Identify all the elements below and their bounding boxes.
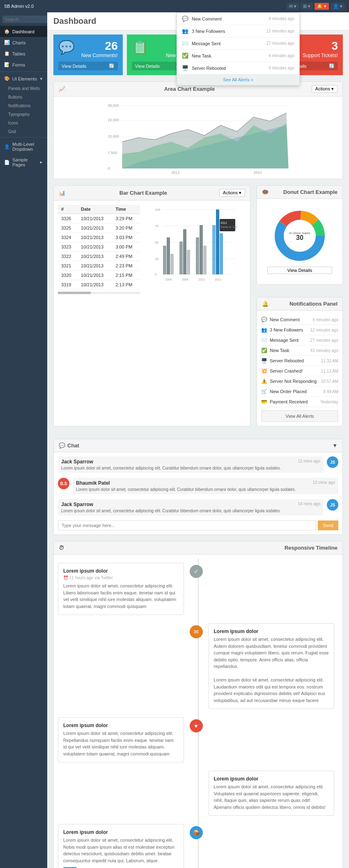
sidebar-item-tables[interactable]: 📋 Tables xyxy=(0,48,47,59)
table-row[interactable]: 332410/21/20133:03 PM xyxy=(58,233,140,242)
table-row[interactable]: 332110/21/20132:23 PM xyxy=(58,261,140,271)
see-all-alerts-link[interactable]: See All Alerts » xyxy=(177,74,299,85)
area-chart-body: 30,000 22,500 15,000 7,500 0 xyxy=(54,97,342,179)
sidebar-sub-panels[interactable]: Panels and Wells xyxy=(0,84,47,93)
sidebar: 🔍 🏠 Dashboard 📊 Charts 📋 Tables 📝 Forms … xyxy=(0,12,47,868)
timeline-body: Lorem ipsum dolor ⏰ 11 hours ago via Twi… xyxy=(54,555,342,868)
sidebar-item-dashboard[interactable]: 🏠 Dashboard xyxy=(0,26,47,37)
sidebar-sub-notifications[interactable]: Notifications xyxy=(0,101,47,110)
envelope-icon-btn[interactable]: ✉ ▾ xyxy=(287,3,299,10)
scroll-bar[interactable] xyxy=(58,292,140,294)
timeline-card-2: Lorem ipsum dolor Lorem ipsum dolor sit … xyxy=(58,717,184,762)
comments-card-icon: 💬 xyxy=(58,39,75,55)
grid-icon-btn[interactable]: ⊞ ▾ xyxy=(301,3,313,10)
svg-text:22,500: 22,500 xyxy=(108,118,119,122)
notif-item-5[interactable]: 🖥️ Server Rebooted 4 minutes ago xyxy=(177,62,299,74)
notif-item-1[interactable]: 💬 New Comment 4 minutes ago xyxy=(177,13,299,25)
area-chart-title: Area Chart Example xyxy=(164,86,215,92)
svg-rect-28 xyxy=(179,242,183,274)
donut-chart-title: Donut Chart Example xyxy=(283,189,338,195)
cell-date: 10/21/2013 xyxy=(78,261,112,271)
svg-text:0: 0 xyxy=(155,272,157,276)
notif-item-4[interactable]: ✅ New Task 4 minutes ago xyxy=(177,50,299,62)
topbar: SB Admin v2.0 ✉ ▾ ⊞ ▾ 🔔 ▾ 👤 ▾ xyxy=(0,0,349,12)
notif-time-3: 27 minutes ago xyxy=(266,41,294,46)
table-row[interactable]: 332610/21/20133:29 PM xyxy=(58,214,140,223)
sidebar-item-sample-pages[interactable]: 📄 Sample Pages ► xyxy=(0,154,47,170)
notif-icon-4: 🖥️ xyxy=(261,358,267,364)
chat-title: Chat xyxy=(67,442,332,449)
area-chart-title-icon: 📈 xyxy=(59,86,65,92)
area-chart-visual: 30,000 22,500 15,000 7,500 0 xyxy=(58,101,338,175)
cell-date: 10/21/2013 xyxy=(78,233,112,242)
sidebar-sub-buttons[interactable]: Buttons xyxy=(0,93,47,101)
bar-data-table: # Date Time 332610/21/20133:29 PM332510/… xyxy=(58,205,140,290)
notif-time-6: 10:57 AM xyxy=(321,379,338,384)
view-details-tasks: View Details xyxy=(135,64,160,69)
table-row[interactable]: 332310/21/20133:00 PM xyxy=(58,242,140,252)
bar-chart-body: # Date Time 332610/21/20133:29 PM332510/… xyxy=(54,200,250,298)
sidebar-sub-icons[interactable]: Icons xyxy=(0,119,47,127)
cell-id: 3321 xyxy=(58,261,78,271)
area-chart-actions-btn[interactable]: Actions ▾ xyxy=(312,85,338,93)
chat-username-1: Bhaumik Patel xyxy=(76,480,110,486)
chat-bubble-1: 13 mins ago Bhaumik Patel Lorem ipsum do… xyxy=(73,478,338,494)
svg-text:7,500: 7,500 xyxy=(108,151,117,155)
notif-text-1: New Comment xyxy=(192,16,222,21)
timeline-card-0: Lorem ipsum dolor ⏰ 11 hours ago via Twi… xyxy=(58,563,184,615)
bar-chart-actions-btn[interactable]: Actions ▾ xyxy=(219,189,245,197)
chat-body: JS 12 mins ago Jack Sparrow Lorem ipsum … xyxy=(54,452,342,534)
chat-send-button[interactable]: Send xyxy=(318,520,338,530)
content-area: 💬 26 New Comments! View Details 🔄 📋 12 N… xyxy=(47,30,349,868)
donut-svg: In-Store Sales 30 xyxy=(273,209,326,262)
table-row[interactable]: 331910/21/20132:13 PM xyxy=(58,280,140,290)
table-row[interactable]: 332510/21/20133:20 PM xyxy=(58,223,140,233)
svg-rect-32 xyxy=(200,225,203,274)
tl-icon-wrap-2: ♥ xyxy=(184,717,209,732)
multilevel-icon: 👤 xyxy=(4,144,10,150)
svg-text:75: 75 xyxy=(155,224,158,228)
notif-time-4: 4 minutes ago xyxy=(269,53,294,58)
view-all-alerts-btn[interactable]: View All Alerts xyxy=(261,410,338,422)
area-chart-panel: 📈 Area Chart Example Actions ▾ 30,000 22… xyxy=(53,81,343,179)
comments-link[interactable]: View Details 🔄 xyxy=(58,62,118,70)
notif-text-6: Server Not Responding xyxy=(270,379,317,384)
tl-text-2: Lorem ipsum dolor sit amet, consectetur … xyxy=(63,730,179,757)
sidebar-item-multilevel[interactable]: 👤 Multi-Level Dropdown xyxy=(0,139,47,154)
donut-chart-panel: 🍩 Donut Chart Example xyxy=(257,185,343,285)
svg-rect-31 xyxy=(196,237,199,274)
timeline-card-1: Lorem ipsum dolor Lorem ipsum dolor sit … xyxy=(209,623,335,709)
cell-id: 3320 xyxy=(58,271,78,280)
sidebar-sub-typography[interactable]: Typography xyxy=(0,110,47,119)
notif-item-2[interactable]: 👥 3 New Followers 12 minutes ago xyxy=(177,25,299,37)
donut-view-details-btn[interactable]: View Details xyxy=(267,267,332,274)
notif-text-4: New Task xyxy=(192,53,211,58)
table-row[interactable]: 332010/21/20132:15 PM xyxy=(58,271,140,280)
chat-time-0: 12 mins ago xyxy=(298,459,320,463)
app-title: SB Admin v2.0 xyxy=(4,4,34,9)
sidebar-item-forms[interactable]: 📝 Forms xyxy=(0,59,47,70)
svg-text:2008: 2008 xyxy=(182,278,188,281)
donut-chart-heading: 🍩 Donut Chart Example xyxy=(257,186,342,199)
table-row[interactable]: 332210/21/20132:49 PM xyxy=(58,252,140,261)
tl-icon-wrap-0: ✓ xyxy=(184,563,209,578)
comment-icon: 💬 xyxy=(182,16,188,22)
notif-time-5: 4 minutes ago xyxy=(269,66,294,70)
arrow-icon-comments: 🔄 xyxy=(109,63,115,69)
bar-svg: 100 75 50 25 0 xyxy=(144,205,246,291)
stat-card-comments[interactable]: 💬 26 New Comments! View Details 🔄 xyxy=(53,35,123,75)
svg-text:100: 100 xyxy=(155,208,161,212)
notif-item-3[interactable]: ✉️ Message Sent 27 minutes ago xyxy=(177,37,299,50)
sidebar-item-charts[interactable]: 📊 Charts xyxy=(0,37,47,48)
sidebar-item-ui-elements[interactable]: 🎨 UI Elements ▼ xyxy=(0,73,47,84)
svg-text:30: 30 xyxy=(296,234,303,241)
notif-time-7: 9:49 AM xyxy=(323,389,338,394)
bell-icon-btn[interactable]: 🔔 ▾ xyxy=(315,3,329,10)
col-date: Date xyxy=(78,205,112,214)
chat-input[interactable] xyxy=(58,520,316,530)
chat-bubble-0: 12 mins ago Jack Sparrow Lorem ipsum dol… xyxy=(58,456,324,473)
notif-panel-body: 💬New Comment4 minutes ago👥3 New Follower… xyxy=(257,311,342,426)
sidebar-sub-grid[interactable]: Grid xyxy=(0,127,47,136)
user-icon-btn[interactable]: 👤 ▾ xyxy=(331,3,345,10)
cell-time: 3:03 PM xyxy=(112,233,140,242)
